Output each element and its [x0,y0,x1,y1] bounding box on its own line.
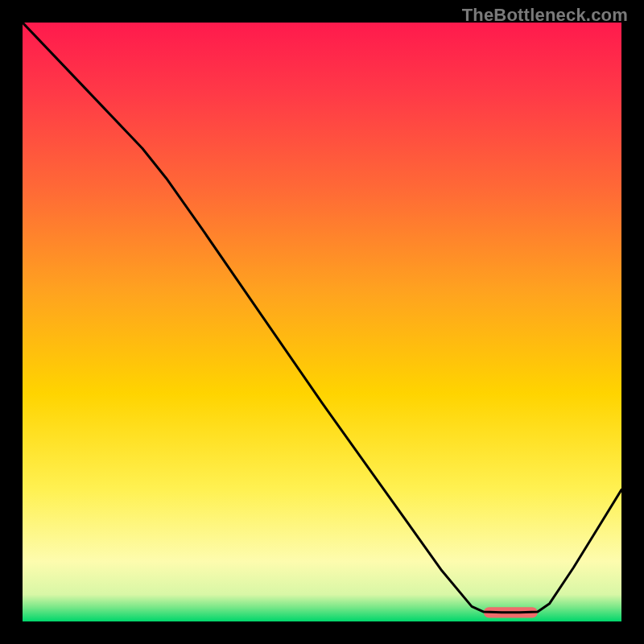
chart-frame [23,23,621,621]
chart-svg [23,23,621,621]
watermark-label: TheBottleneck.com [462,5,628,26]
gradient-background [23,23,621,621]
